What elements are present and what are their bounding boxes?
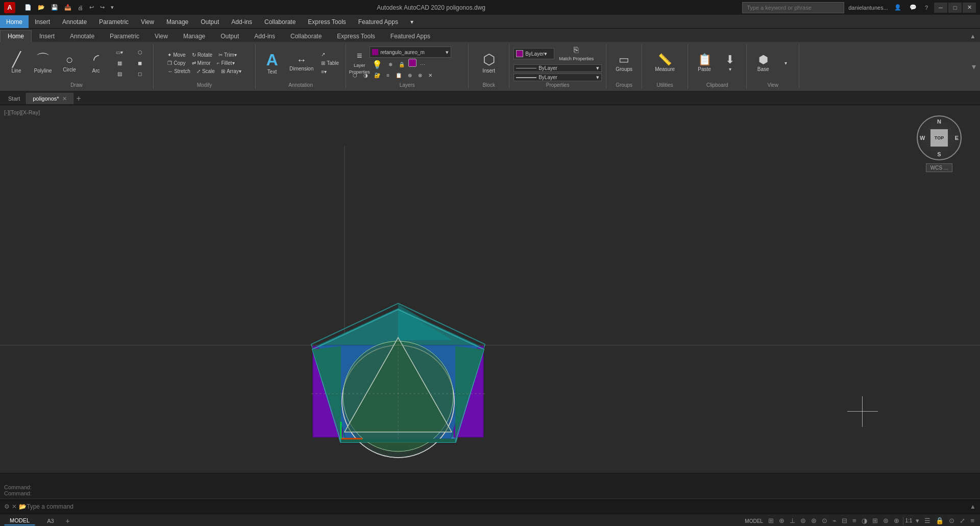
command-input-field[interactable] (27, 503, 970, 510)
sign-in-button[interactable]: 👤 (892, 3, 903, 12)
tab-express[interactable]: Express Tools (329, 30, 382, 42)
layer-match-button[interactable]: ≡ (384, 71, 392, 79)
annotation-more-button[interactable]: ≡▾ (318, 68, 341, 76)
menu-more[interactable]: ▾ (404, 15, 420, 28)
clipboard-paste-dropdown[interactable]: ⬇ ▾ (718, 44, 742, 81)
ribbon-options-button[interactable]: ▾ (972, 62, 976, 71)
tab-home[interactable]: Home (0, 30, 32, 42)
tab-featured[interactable]: Featured Apps (383, 30, 438, 42)
menu-home[interactable]: Home (0, 15, 29, 28)
draw-boundary-button[interactable]: ⬡ (131, 47, 149, 57)
menu-featured-apps[interactable]: Featured Apps (352, 15, 404, 28)
open-button[interactable]: 📂 (36, 3, 47, 12)
tab-addins[interactable]: Add-ins (247, 30, 283, 42)
tab-annotate[interactable]: Annotate (62, 30, 102, 42)
properties-color-select[interactable]: ByLayer ▾ (513, 48, 554, 59)
layer-lock-button[interactable]: 🔒 (396, 59, 407, 70)
draw-line-button[interactable]: ╱ Line (4, 44, 29, 81)
gizmo-button[interactable]: ⊕ (892, 517, 901, 524)
save-as-button[interactable]: 📥 (62, 3, 74, 12)
tab-collaborate[interactable]: Collaborate (283, 30, 329, 42)
selection-cycling-button[interactable]: ⊞ (871, 517, 879, 524)
match-properties-button[interactable]: ⎘ Match Properties (556, 44, 596, 63)
ortho-button[interactable]: ⊥ (788, 517, 797, 524)
draw-wipeout-button[interactable]: ◻ (131, 69, 149, 79)
draw-polyline-button[interactable]: ⌒ Polyline (31, 44, 55, 81)
lock-ui-button[interactable]: 🔒 (934, 517, 945, 524)
scroll-up-cmd[interactable]: ▲ (970, 503, 976, 510)
groups-group-button[interactable]: ▭ Groups (612, 44, 636, 81)
close-cmd-button[interactable]: ✕ (12, 503, 17, 510)
annotation-table-button[interactable]: ⊞ Table (318, 59, 341, 67)
layer-delete-button[interactable]: ✕ (426, 71, 435, 79)
redo-button[interactable]: ↪ (98, 3, 107, 12)
quick-access-more[interactable]: ▾ (109, 3, 116, 12)
layer-lock-fade-button[interactable]: 🔐 (372, 71, 383, 79)
layer-more-button[interactable]: ⋯ (418, 59, 428, 70)
draw-arc-button[interactable]: ◜ Arc (84, 44, 108, 81)
draw-region-button[interactable]: ◼ (131, 58, 149, 68)
layer-off-button[interactable]: 💡 (370, 59, 385, 70)
draw-gradient-button[interactable]: ▨ (110, 69, 129, 79)
start-tab[interactable]: Start (2, 93, 26, 104)
tab-parametric[interactable]: Parametric (102, 30, 147, 42)
menu-addins[interactable]: Add-ins (225, 15, 258, 28)
add-layout-button[interactable]: + (66, 517, 70, 525)
modify-rotate-button[interactable]: ↻ Rotate (189, 51, 215, 59)
undo-button[interactable]: ↩ (87, 3, 96, 12)
tab-insert[interactable]: Insert (32, 30, 62, 42)
layer-dropdown[interactable]: retangulo_aureo_m ▾ (370, 46, 451, 58)
tab-manage[interactable]: Manage (176, 30, 213, 42)
draw-hatch-button[interactable]: ▦ (110, 58, 129, 68)
block-insert-button[interactable]: ⬡ Insert (477, 45, 501, 81)
layout-tab[interactable]: A3 (41, 516, 59, 525)
modify-array-button[interactable]: ⊞ Array▾ (218, 67, 244, 75)
annotation-text-button[interactable]: A Text (260, 44, 284, 81)
file-tab-close-button[interactable]: ✕ (62, 95, 67, 102)
workspace-button[interactable]: ☰ (923, 517, 932, 524)
layer-freeze-button[interactable]: ❄ (386, 59, 395, 70)
transparency-button[interactable]: ◑ (860, 517, 869, 524)
properties-linetype-select[interactable]: ByLayer ▾ (513, 64, 602, 72)
otrack-button[interactable]: ⊙ (820, 517, 829, 524)
print-button[interactable]: 🖨 (76, 4, 85, 12)
snap-button[interactable]: ⊕ (777, 517, 786, 524)
isolate-button[interactable]: ⊙ (947, 517, 956, 524)
menu-annotate[interactable]: Annotate (56, 15, 93, 28)
layer-walk-button[interactable]: ⊕ (405, 71, 414, 79)
menu-parametric[interactable]: Parametric (93, 15, 135, 28)
modify-trim-button[interactable]: ✂ Trim▾ (216, 51, 239, 59)
menu-view[interactable]: View (135, 15, 160, 28)
annotation-dimension-button[interactable]: ↔ Dimension (286, 44, 316, 81)
menu-express-tools[interactable]: Express Tools (302, 15, 352, 28)
osnap-button[interactable]: ⊛ (810, 517, 818, 524)
menu-collaborate[interactable]: Collaborate (258, 15, 302, 28)
minimize-button[interactable]: ─ (934, 3, 947, 13)
customization-button[interactable]: ≡ (969, 517, 976, 524)
save-button[interactable]: 💾 (49, 3, 60, 12)
grid-display-button[interactable]: ⊞ (767, 517, 775, 524)
ribbon-collapse[interactable]: ▲ (966, 31, 980, 42)
new-button[interactable]: 📄 (22, 3, 34, 12)
new-tab-button[interactable]: + (74, 94, 84, 103)
layer-copy-objs-button[interactable]: 📋 (393, 71, 404, 79)
3d-osnap-button[interactable]: ⊛ (881, 517, 890, 524)
menu-insert[interactable]: Insert (29, 15, 56, 28)
annotation-scale-button[interactable]: ▾ (914, 517, 921, 524)
modify-copy-button[interactable]: ❐ Copy (165, 59, 188, 67)
model-space-button[interactable]: MODEL (743, 517, 765, 524)
draw-rectangle-button[interactable]: ▭▾ (110, 47, 129, 57)
draw-circle-button[interactable]: ○ Circle (57, 44, 82, 81)
lineweight-button[interactable]: ≡ (851, 517, 858, 524)
close-button[interactable]: ✕ (963, 3, 976, 13)
help-button[interactable]: ? (923, 4, 930, 12)
menu-output[interactable]: Output (194, 15, 225, 28)
tab-view[interactable]: View (147, 30, 176, 42)
dyn-input-button[interactable]: ⊟ (840, 517, 849, 524)
layer-freeze-vp-button[interactable]: ◑ (361, 71, 371, 79)
menu-manage[interactable]: Manage (160, 15, 194, 28)
fullscreen-button[interactable]: ⤢ (958, 517, 967, 524)
layer-properties-button[interactable]: ≡ LayerProperties (350, 50, 369, 68)
properties-lineweight-select[interactable]: ByLayer ▾ (513, 74, 602, 81)
view-more-button[interactable]: ▾ (776, 58, 795, 68)
